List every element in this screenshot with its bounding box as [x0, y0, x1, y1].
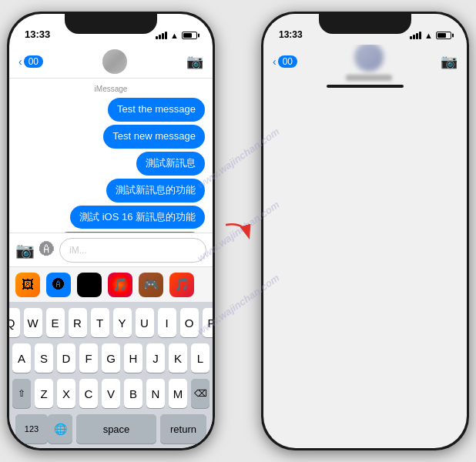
- key-k[interactable]: K: [169, 343, 187, 373]
- key-123[interactable]: 123: [15, 414, 48, 444]
- signal-icon: [156, 32, 167, 39]
- back-chevron-2: ‹: [273, 55, 277, 68]
- key-space[interactable]: space: [76, 414, 156, 444]
- return-label: return: [170, 424, 196, 435]
- key-a[interactable]: A: [12, 343, 31, 373]
- nav-bar-1: ‹ 00 📷: [9, 45, 213, 79]
- nav-bar-2: ‹ 00 📷: [263, 45, 467, 79]
- key-r[interactable]: R: [69, 308, 87, 337]
- back-button-2[interactable]: ‹ 00: [273, 55, 297, 68]
- key-n[interactable]: N: [146, 379, 165, 408]
- key-delete[interactable]: ⌫: [191, 379, 210, 408]
- phone-1-screen: 13:33 ▲ ‹ 00: [9, 14, 213, 448]
- key-e[interactable]: E: [46, 308, 65, 337]
- key-123-label: 123: [25, 424, 39, 434]
- contact-name-2: [346, 75, 392, 81]
- time-2: 13:33: [279, 29, 303, 40]
- signal-bar-4: [165, 32, 167, 39]
- key-l[interactable]: L: [191, 343, 210, 373]
- kb-row-2: A S D F G H J K L: [12, 343, 210, 373]
- key-g[interactable]: G: [102, 343, 120, 373]
- game-icon[interactable]: 🎮: [139, 273, 163, 297]
- music-icon-2[interactable]: 🎵: [169, 273, 194, 297]
- key-f[interactable]: F: [79, 343, 98, 373]
- key-t[interactable]: T: [91, 308, 109, 337]
- kb-row-1: Q W E R T Y U I O P: [12, 308, 210, 337]
- input-placeholder: iM...: [69, 245, 87, 256]
- key-return[interactable]: return: [160, 414, 206, 444]
- nav-center: [102, 49, 127, 74]
- camera-icon[interactable]: 📷: [15, 241, 35, 259]
- app-row: 🖼 🅐 🎙 🎵 🎮 🎵: [9, 266, 213, 302]
- messages-area: iMessage Test the message Test new messa…: [9, 79, 213, 233]
- phone-2: 13:33 ▲ ‹ 00: [261, 12, 469, 450]
- avatar-image: [102, 49, 127, 74]
- bubble-text-1: Test the message: [108, 98, 205, 122]
- key-d[interactable]: D: [57, 343, 75, 373]
- wifi-icon-2: ▲: [424, 31, 433, 40]
- sig-bar-4: [419, 32, 421, 39]
- battery-icon: [182, 32, 197, 39]
- key-z[interactable]: Z: [35, 379, 53, 408]
- key-h[interactable]: H: [124, 343, 142, 373]
- space-label: space: [103, 424, 130, 435]
- sig-bar-1: [410, 36, 412, 39]
- message-input[interactable]: iM...: [59, 238, 206, 263]
- battery-fill-2: [437, 33, 446, 38]
- status-icons-1: ▲: [156, 31, 197, 40]
- time-1: 13:33: [25, 28, 50, 40]
- bubble-text-3: 測試新訊息: [136, 152, 205, 176]
- signal-bar-2: [159, 35, 161, 39]
- message-1: Test the message: [17, 98, 205, 122]
- home-indicator-2: [263, 79, 467, 94]
- contact-area-2: [346, 42, 392, 81]
- back-chevron-icon: ‹: [18, 55, 22, 68]
- key-emoji[interactable]: 🌐: [48, 414, 72, 444]
- appstore-icon[interactable]: 🅐: [46, 273, 71, 297]
- signal-icon-2: [410, 32, 421, 39]
- key-c[interactable]: C: [79, 379, 98, 408]
- apps-icon[interactable]: 🅐: [39, 241, 55, 259]
- message-toolbar: 📷 🅐 iM...: [9, 233, 213, 266]
- key-q[interactable]: Q: [9, 308, 20, 337]
- battery-fill: [183, 33, 192, 38]
- bubble-text-6: 測試 iOS 16 beta 4 新訊息的功能: [55, 232, 205, 233]
- message-2: Test new message: [17, 125, 205, 149]
- key-i[interactable]: I: [158, 308, 176, 337]
- message-5: 測試 iOS 16 新訊息的功能: [17, 206, 205, 229]
- kb-bottom-row: 123 🌐 space return: [12, 414, 210, 447]
- music-icon-1[interactable]: 🎵: [108, 273, 132, 297]
- key-x[interactable]: X: [57, 379, 75, 408]
- bubble-text-2: Test new message: [103, 125, 205, 149]
- back-badge[interactable]: 00: [24, 55, 43, 68]
- key-v[interactable]: V: [102, 379, 120, 408]
- arrow-container: [223, 208, 253, 254]
- message-3: 測試新訊息: [17, 152, 205, 176]
- signal-bar-1: [156, 36, 158, 39]
- message-4: 測試新訊息的功能: [17, 179, 205, 203]
- kb-row-3: ⇧ Z X C V B N M ⌫: [12, 379, 210, 408]
- key-m[interactable]: M: [169, 379, 187, 408]
- key-j[interactable]: J: [146, 343, 165, 373]
- key-p[interactable]: P: [203, 308, 213, 337]
- key-w[interactable]: W: [24, 308, 42, 337]
- bubble-text-4: 測試新訊息的功能: [106, 179, 205, 203]
- video-call-button[interactable]: 📷: [186, 53, 203, 70]
- contact-avatar-2: [354, 42, 384, 72]
- video-btn-2[interactable]: 📷: [441, 53, 458, 70]
- key-o[interactable]: O: [180, 308, 199, 337]
- home-bar-2: [327, 85, 404, 88]
- notch-1: [65, 14, 157, 34]
- phone-1: 13:33 ▲ ‹ 00: [7, 12, 215, 450]
- photos-app-icon[interactable]: 🖼: [15, 273, 40, 297]
- key-u[interactable]: U: [136, 308, 154, 337]
- back-button[interactable]: ‹ 00: [18, 55, 43, 68]
- key-shift[interactable]: ⇧: [12, 379, 31, 408]
- key-s[interactable]: S: [35, 343, 53, 373]
- contact-avatar[interactable]: [102, 49, 127, 74]
- podcast-icon[interactable]: 🎙: [77, 273, 102, 297]
- key-y[interactable]: Y: [113, 308, 132, 337]
- key-b[interactable]: B: [124, 379, 142, 408]
- message-6: 測試 iOS 16 beta 4 新訊息的功能: [17, 232, 205, 233]
- sig-bar-3: [416, 33, 418, 39]
